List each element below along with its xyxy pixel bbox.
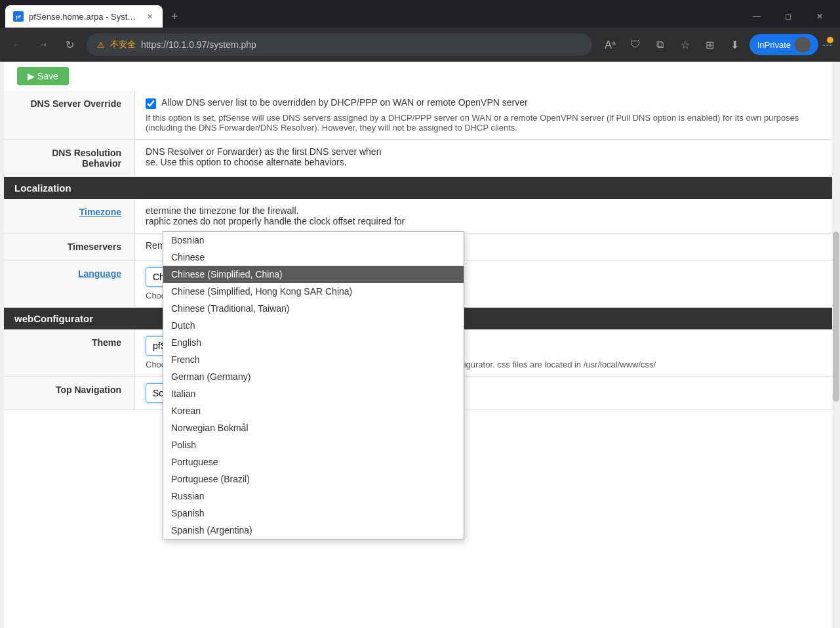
localization-title: Localization [14, 182, 71, 194]
dropdown-item-polish[interactable]: Polish [163, 436, 464, 453]
scrollbar-thumb[interactable] [833, 232, 839, 402]
window-controls: — ◻ ✕ [742, 6, 835, 27]
save-button[interactable]: ▶ Save [17, 67, 69, 85]
tab-bar: pf pfSense.home.arpa - System: Ge ✕ + — … [0, 0, 840, 28]
split-screen-icon[interactable]: ⧉ [650, 34, 671, 55]
dns-resolution-text-2: se. Use this option to choose alternate … [146, 157, 347, 167]
dropdown-item-portuguese[interactable]: Portuguese [163, 453, 464, 471]
more-button[interactable]: ··· [822, 38, 832, 52]
dns-override-help-text: If this option is set, pfSense will use … [146, 113, 826, 133]
dns-server-override-label: DNS Server Override [4, 91, 135, 139]
security-warning-text: 不安全 [110, 39, 136, 51]
security-warning-icon: ⚠ [97, 40, 105, 50]
dns-resolution-text-1: DNS Resolver or Forwarder) as the first … [146, 146, 381, 157]
downloads-icon[interactable]: ⬇ [725, 34, 746, 55]
inprivate-button[interactable]: InPrivate [750, 34, 818, 55]
localization-section-header: Localization [4, 177, 836, 199]
browser-chrome: pf pfSense.home.arpa - System: Ge ✕ + — … [0, 0, 840, 62]
timezone-link[interactable]: Timezone [79, 207, 121, 217]
language-link[interactable]: Language [78, 268, 121, 279]
dropdown-item-russian[interactable]: Russian [163, 488, 464, 505]
language-label: Language [4, 261, 135, 307]
browser-security-icon[interactable]: 🛡 [625, 34, 646, 55]
scrollbar-track[interactable] [832, 62, 840, 628]
dropdown-item-chinese[interactable]: Chinese [163, 249, 464, 266]
timezone-value: etermine the timezone for the firewall. … [135, 199, 836, 233]
dns-override-checkbox-label: Allow DNS server list to be overridden b… [161, 97, 528, 108]
page-content: ▶ Save DNS Server Override Allow DNS ser… [0, 62, 840, 628]
tab-title: pfSense.home.arpa - System: Ge [29, 12, 139, 22]
dropdown-item-chinese-simplified-hk[interactable]: Chinese (Simplified, Hong Kong SAR China… [163, 283, 464, 300]
dropdown-item-chinese-traditional-taiwan[interactable]: Chinese (Traditional, Taiwan) [163, 300, 464, 317]
dropdown-item-french[interactable]: French [163, 351, 464, 368]
tab-close-button[interactable]: ✕ [144, 11, 155, 22]
dns-resolution-value: DNS Resolver or Forwarder) as the first … [135, 140, 836, 177]
read-aloud-icon[interactable]: Aᵃ [600, 34, 621, 55]
collections-icon[interactable]: ⊞ [700, 34, 721, 55]
tab-favicon: pf [13, 11, 24, 22]
address-input[interactable]: ⚠ 不安全 https://10.1.0.97/system.php [87, 33, 592, 56]
dns-resolution-label: DNS Resolution Behavior [4, 140, 135, 177]
theme-label: Theme [4, 329, 135, 376]
dropdown-item-chinese-simplified-china[interactable]: Chinese (Simplified, China) [163, 266, 464, 283]
timezone-row: Timezone etermine the timezone for the f… [4, 199, 836, 234]
back-button[interactable]: ← [8, 35, 26, 54]
close-button[interactable]: ✕ [805, 6, 835, 27]
notification-badge [827, 37, 833, 43]
dropdown-item-portuguese-brazil[interactable]: Portuguese (Brazil) [163, 471, 464, 488]
language-dropdown-overlay: Bosnian Chinese Chinese (Simplified, Chi… [163, 231, 464, 539]
dropdown-item-bosnian[interactable]: Bosnian [163, 232, 464, 249]
webconfigurator-title: webConfigurator [14, 313, 93, 324]
checkbox-row: Allow DNS server list to be overridden b… [146, 97, 826, 109]
dns-server-override-value: Allow DNS server list to be overridden b… [135, 91, 836, 139]
dropdown-item-spanish-argentina[interactable]: Spanish (Argentina) [163, 522, 464, 539]
refresh-button[interactable]: ↻ [60, 35, 79, 54]
dropdown-item-spanish[interactable]: Spanish [163, 505, 464, 522]
toolbar-icons: Aᵃ 🛡 ⧉ ☆ ⊞ ⬇ InPrivate ··· [600, 34, 832, 55]
top-navigation-label: Top Navigation [4, 377, 135, 409]
address-bar: ← → ↻ ⚠ 不安全 https://10.1.0.97/system.php… [0, 28, 840, 62]
minimize-button[interactable]: — [742, 6, 772, 27]
dropdown-item-german[interactable]: German (Germany) [163, 368, 464, 385]
avatar [795, 37, 810, 52]
inprivate-label: InPrivate [757, 40, 791, 50]
timezone-label: Timezone [4, 199, 135, 233]
timezone-text-1: etermine the timezone for the firewall. [146, 205, 298, 216]
timeservers-label: Timeservers [4, 234, 135, 260]
top-button-row: ▶ Save [4, 62, 836, 91]
favorites-icon[interactable]: ☆ [675, 34, 696, 55]
dropdown-item-english[interactable]: English [163, 334, 464, 351]
url-text: https://10.1.0.97/system.php [141, 39, 256, 50]
timezone-text-2: raphic zones do not properly handle the … [146, 216, 405, 226]
new-tab-button[interactable]: + [165, 7, 184, 26]
dns-resolution-row: DNS Resolution Behavior DNS Resolver or … [4, 140, 836, 177]
dropdown-item-norwegian[interactable]: Norwegian Bokmål [163, 419, 464, 436]
dropdown-item-korean[interactable]: Korean [163, 402, 464, 419]
forward-button[interactable]: → [34, 35, 52, 54]
dropdown-item-dutch[interactable]: Dutch [163, 317, 464, 334]
dns-server-override-row: DNS Server Override Allow DNS server lis… [4, 91, 836, 140]
dns-override-checkbox[interactable] [146, 98, 156, 109]
active-tab[interactable]: pf pfSense.home.arpa - System: Ge ✕ [5, 5, 163, 28]
maximize-button[interactable]: ◻ [773, 6, 803, 27]
dropdown-item-italian[interactable]: Italian [163, 385, 464, 402]
